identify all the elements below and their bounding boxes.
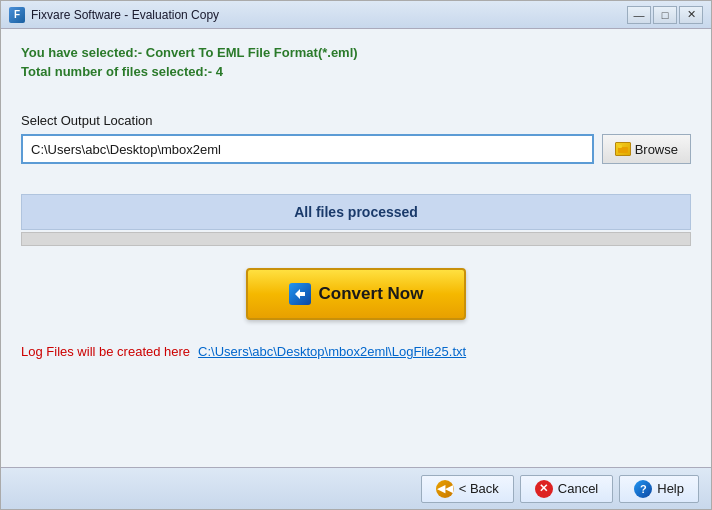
help-button[interactable]: ? Help: [619, 475, 699, 503]
convert-now-button[interactable]: Convert Now: [246, 268, 466, 320]
app-icon: F: [9, 7, 25, 23]
progress-section: All files processed: [21, 194, 691, 246]
output-section: Select Output Location Browse: [21, 113, 691, 164]
main-content: You have selected:- Convert To EML File …: [1, 29, 711, 467]
help-icon: ?: [634, 480, 652, 498]
maximize-button[interactable]: □: [653, 6, 677, 24]
log-files-label: Log Files will be created here: [21, 344, 190, 359]
cancel-icon: ✕: [535, 480, 553, 498]
svg-rect-1: [618, 145, 622, 148]
convert-now-label: Convert Now: [319, 284, 424, 304]
window-controls: — □ ✕: [627, 6, 703, 24]
total-files-text: Total number of files selected:- 4: [21, 64, 691, 79]
main-window: F Fixvare Software - Evaluation Copy — □…: [0, 0, 712, 510]
help-label: Help: [657, 481, 684, 496]
back-button[interactable]: ◀◀ < Back: [421, 475, 514, 503]
close-button[interactable]: ✕: [679, 6, 703, 24]
minimize-button[interactable]: —: [627, 6, 651, 24]
browse-label: Browse: [635, 142, 678, 157]
title-bar: F Fixvare Software - Evaluation Copy — □…: [1, 1, 711, 29]
all-files-text: All files processed: [294, 204, 418, 220]
log-section: Log Files will be created here C:\Users\…: [21, 344, 691, 359]
browse-button[interactable]: Browse: [602, 134, 691, 164]
log-file-link[interactable]: C:\Users\abc\Desktop\mbox2eml\LogFile25.…: [198, 344, 466, 359]
selected-format-text: You have selected:- Convert To EML File …: [21, 45, 691, 60]
output-row: Browse: [21, 134, 691, 164]
bottom-bar: ◀◀ < Back ✕ Cancel ? Help: [1, 467, 711, 509]
back-label: < Back: [459, 481, 499, 496]
convert-button-section: Convert Now: [21, 268, 691, 320]
output-path-input[interactable]: [21, 134, 594, 164]
convert-icon: [289, 283, 311, 305]
window-title: Fixvare Software - Evaluation Copy: [31, 8, 627, 22]
folder-icon: [615, 142, 631, 156]
progress-bar: [21, 232, 691, 246]
back-icon: ◀◀: [436, 480, 454, 498]
all-files-bar: All files processed: [21, 194, 691, 230]
output-label: Select Output Location: [21, 113, 691, 128]
cancel-label: Cancel: [558, 481, 598, 496]
cancel-button[interactable]: ✕ Cancel: [520, 475, 613, 503]
